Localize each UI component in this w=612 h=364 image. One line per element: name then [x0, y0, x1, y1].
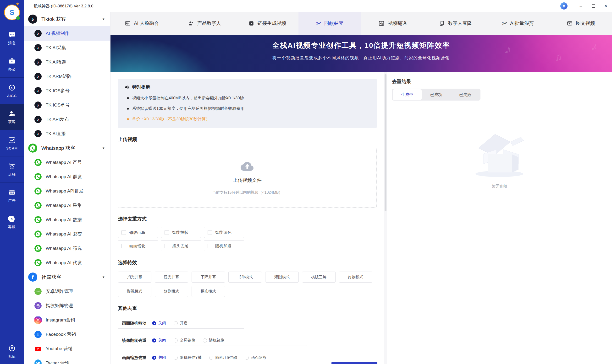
radio-option[interactable]: 随机拉伸Y轴 [174, 355, 202, 360]
sidebar-item-wa-ai-collect[interactable]: Whatsapp AI 采集 [24, 198, 110, 213]
rail-item-aigc[interactable]: AI AIGC [0, 78, 24, 104]
sidebar-label: TK AI筛选 [46, 59, 66, 65]
rail-item-office[interactable]: 办公 [0, 51, 24, 78]
rail-item-label: 消息 [8, 41, 16, 45]
sidebar-item-instagram-marketing[interactable]: Instagram营销 [24, 313, 110, 327]
sidebar-label: Twitter 营销 [46, 360, 69, 364]
sidebar-group-whatsapp-group[interactable]: Whatsapp 获客▼ [24, 141, 110, 155]
minimize-button[interactable]: ─ [575, 0, 587, 12]
sidebar-item-wa-ai-filter[interactable]: Whatsapp AI 筛选 [24, 241, 110, 256]
sidebar-item-wa-ai-bulk[interactable]: Whatsapp AI 群发 [24, 169, 110, 184]
rail-item-service[interactable]: AI 客服 [0, 209, 24, 235]
sidebar-item-tk-ios-multi[interactable]: ♪ TK IOS多号 [24, 84, 110, 98]
radio-option[interactable]: 关闭 [152, 321, 166, 326]
tab-ai-batch-cut[interactable]: ✂AI批量混剪 [487, 12, 549, 35]
sidebar-item-fingerprint-matrix[interactable]: 指纹矩阵管理 [24, 299, 110, 313]
radio-option[interactable]: 全局镜像 [174, 338, 195, 343]
radio-option[interactable]: 开启 [174, 321, 187, 326]
dedup-option-checkbox[interactable]: 修改md5 [118, 227, 158, 238]
sidebar-label: Whatsapp AI 筛选 [46, 245, 82, 251]
dedup-option-checkbox[interactable]: 掐头去尾 [161, 240, 201, 251]
dedup-option-label: 智能调色 [215, 230, 232, 235]
effect-button[interactable]: 影视模式 [118, 286, 151, 297]
tab-ai-face-fusion[interactable]: AI 人脸融合 [110, 12, 173, 35]
effect-button[interactable]: 横版三屏 [302, 272, 335, 283]
tab-avatar-clone[interactable]: 数字人克隆 [424, 12, 487, 35]
results-tab-1[interactable]: 已成功 [422, 89, 451, 100]
effect-button[interactable]: 探店模式 [192, 286, 225, 297]
sidebar-label: Facebook 营销 [46, 331, 76, 338]
sidebar-item-tk-arm-matrix[interactable]: ♪ TK ARM矩阵 [24, 69, 110, 84]
upload-dropzone[interactable]: 上传视频文件 当前支持15分钟以内的视频（<1024MB） [118, 148, 377, 208]
sidebar-item-tk-ai-collect[interactable]: ♪ TK AI采集 [24, 41, 110, 55]
sidebar-item-tk-ai-live[interactable]: ♪ TK AI直播 [24, 127, 110, 141]
effect-button[interactable]: 短剧模式 [155, 286, 188, 297]
effect-button[interactable]: 好物模式 [339, 272, 372, 283]
content-scrollbar-thumb[interactable] [385, 74, 387, 211]
effect-button[interactable]: 书单模式 [228, 272, 262, 283]
rail-item-messages[interactable]: 消息 [0, 25, 24, 51]
sidebar-item-tk-ai-filter[interactable]: ♪ TK AI筛选 [24, 55, 110, 69]
rail-item-ads[interactable]: ADS 广告 [0, 183, 24, 209]
sidebar-item-wa-api-bulk[interactable]: Whatsapp API群发 [24, 184, 110, 198]
dedup-option-checkbox[interactable]: 智能调色 [204, 227, 244, 238]
sidebar-item-android-matrix[interactable]: 安卓矩阵管理 [24, 284, 110, 299]
effect-button-label: 横版三屏 [311, 275, 326, 280]
close-button[interactable]: ✕ [599, 0, 612, 12]
dedup-option-checkbox[interactable]: 随机加速 [204, 240, 244, 251]
tab-image-text-video[interactable]: 图文视频 [549, 12, 612, 35]
rail-item-scrm[interactable]: SCRM [0, 130, 24, 156]
radio-option[interactable]: 动态缩放 [245, 355, 266, 360]
android-icon [34, 288, 42, 295]
sidebar-item-wa-ai-send[interactable]: Whatsapp AI 代发 [24, 256, 110, 270]
whatsapp-icon [34, 216, 42, 223]
tab-label: 产品数字人 [197, 20, 221, 26]
sidebar-item-ai-video-create[interactable]: ♪ AI 视频制作 [24, 26, 110, 41]
svg-text:AI: AI [11, 218, 13, 220]
sidebar-group-social-group[interactable]: f 社媒获客▼ [24, 270, 110, 284]
tab-video-translate[interactable]: A文视频翻译 [361, 12, 424, 35]
results-tab-0[interactable]: 生成中 [393, 89, 422, 100]
other-dedup-row-random-move: 画面随机移动 关闭 开启 [118, 318, 244, 329]
sidebar-item-youtube-marketing[interactable]: Youtube 营销 [24, 341, 110, 356]
radio-option[interactable]: 关闭 [152, 355, 166, 360]
chat-icon [8, 31, 16, 39]
dedup-option-checkbox[interactable]: 智能抽帧 [161, 227, 201, 238]
rail-item-shop[interactable]: 店铺 [0, 156, 24, 183]
radio-label: 关闭 [158, 321, 166, 326]
user-avatar[interactable] [560, 2, 568, 10]
dedup-option-checkbox[interactable]: 画面锐化 [118, 240, 158, 251]
radio-option[interactable]: 随机压缩Y轴 [209, 355, 237, 360]
checkbox-icon [165, 244, 169, 248]
dedup-section-title: 选择去重方式 [118, 216, 377, 222]
sidebar-item-tk-ios-single[interactable]: ♪ TK IOS单号 [24, 98, 110, 112]
tab-link-gen-video[interactable]: 链接生成视频 [236, 12, 298, 35]
sidebar-item-wa-ai-account[interactable]: Whatsapp AI 产号 [24, 155, 110, 169]
sidebar-item-wa-ai-data[interactable]: Whatsapp AI 数据 [24, 213, 110, 227]
radio-label: 随机镜像 [209, 338, 224, 343]
results-tab-2[interactable]: 已失败 [451, 89, 480, 100]
rail-item-recharge[interactable]: ¥ 充值 [0, 339, 24, 364]
effect-button[interactable]: 泛光开幕 [155, 272, 188, 283]
maximize-button[interactable] [587, 0, 599, 12]
radio-option[interactable]: 关闭 [152, 338, 166, 343]
effect-button[interactable]: 下降开幕 [192, 272, 225, 283]
effect-button[interactable]: 扫光开幕 [118, 272, 151, 283]
radio-option[interactable]: 随机镜像 [203, 338, 224, 343]
generate-button-partial[interactable] [332, 362, 377, 364]
sidebar-item-tk-api-publish[interactable]: ♪ TK API发布 [24, 112, 110, 127]
tab-product-avatar[interactable]: 产品数字人 [173, 12, 236, 35]
rail-item-acquisition[interactable]: 获客 [0, 104, 24, 130]
sidebar-group-tiktok-group[interactable]: ♪ Tiktok 获客▼ [24, 12, 110, 26]
tiktok-icon: ♪ [34, 44, 42, 51]
facebook-icon: f [28, 273, 37, 282]
effect-button[interactable]: 溶图模式 [265, 272, 299, 283]
sidebar-item-facebook-marketing[interactable]: f Facebook 营销 [24, 327, 110, 341]
content-scrollbar-track [384, 72, 387, 364]
tiktok-icon: ♪ [34, 73, 42, 80]
sidebar-label: Whatsapp AI 代发 [46, 260, 82, 266]
sidebar-item-twitter-marketing[interactable]: Twitter 营销 [24, 356, 110, 364]
tab-label: 数字人克隆 [448, 20, 472, 26]
tab-same-fission[interactable]: ✂同款裂变 [298, 12, 361, 35]
sidebar-item-wa-ai-fission[interactable]: Whatsapp AI 裂变 [24, 227, 110, 241]
